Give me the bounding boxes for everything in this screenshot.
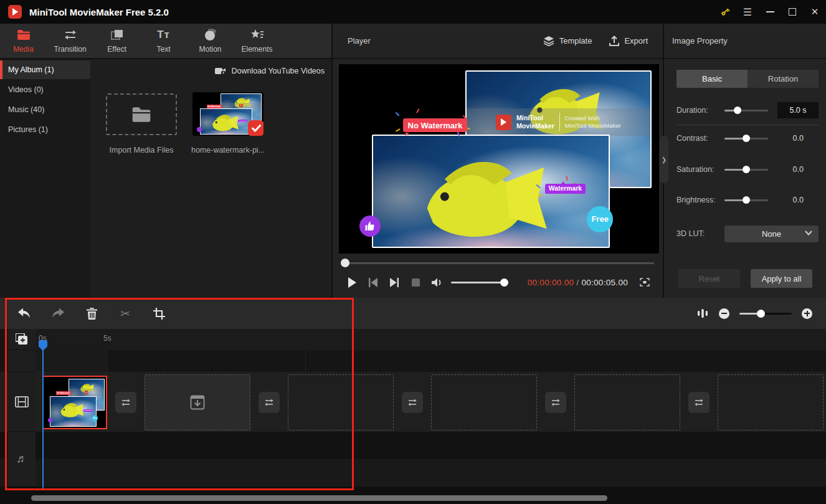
tab-rotation[interactable]: Rotation	[748, 70, 819, 88]
total-time: 00:00:05.00	[581, 278, 628, 287]
key-icon	[719, 6, 731, 17]
zoom-in-button[interactable]	[802, 308, 812, 319]
video-track: No Watermark Watermark Free	[0, 372, 826, 432]
lut-dropdown[interactable]: None	[724, 226, 819, 242]
chevron-down-icon	[805, 231, 812, 235]
saturation-value: 0.0	[793, 165, 804, 174]
sidebar-item-pictures[interactable]: Pictures (1)	[0, 120, 90, 139]
fullscreen-icon	[640, 278, 650, 287]
drop-download-icon	[190, 395, 205, 410]
volume-handle[interactable]	[500, 278, 508, 287]
transition-slot[interactable]	[259, 392, 280, 413]
transition-arrows-icon	[63, 28, 78, 42]
saturation-label: Saturation:	[676, 165, 714, 174]
template-button[interactable]: Template	[543, 36, 592, 46]
tab-motion[interactable]: Motion	[187, 24, 234, 58]
delete-button[interactable]	[85, 307, 98, 320]
crop-button[interactable]	[153, 307, 165, 320]
media-drop-slot[interactable]	[718, 374, 824, 430]
brightness-row: Brightness: 0.0	[664, 192, 826, 208]
transition-slot[interactable]	[545, 392, 566, 413]
zoom-out-button[interactable]	[719, 308, 729, 319]
minimize-button[interactable]	[759, 0, 781, 24]
media-drop-slot[interactable]	[574, 374, 680, 430]
watermark-created-text: Created WithMiniTool MovieMaker	[565, 115, 621, 130]
contrast-value: 0.0	[793, 134, 804, 143]
maximize-icon	[789, 8, 796, 16]
export-button[interactable]: Export	[609, 36, 648, 46]
next-frame-button[interactable]	[384, 278, 405, 287]
brightness-slider[interactable]	[724, 196, 768, 204]
undo-button[interactable]	[18, 307, 31, 320]
video-track-header	[8, 372, 36, 432]
close-button[interactable]	[804, 0, 826, 24]
media-thumbnail[interactable]: No Watermark Watermark Free	[192, 92, 263, 136]
maximize-button[interactable]	[781, 0, 804, 24]
preview-stage: MiniToolMovieMaker Created WithMiniTool …	[339, 64, 659, 254]
ruler-tick-5s: 5s	[103, 334, 112, 343]
track-levels-icon[interactable]	[696, 307, 709, 320]
seek-bar[interactable]	[341, 259, 654, 267]
playback-controls: 00:00:00.00/00:00:05.00	[341, 272, 657, 293]
timeline-toolbar	[0, 298, 826, 329]
tab-effect[interactable]: Effect	[93, 24, 140, 58]
seek-handle[interactable]	[341, 259, 349, 267]
tab-text[interactable]: Text	[140, 24, 187, 58]
media-drop-slot[interactable]	[288, 374, 394, 430]
horizontal-scrollbar[interactable]	[31, 495, 607, 501]
duration-value[interactable]: 5.0 s	[777, 102, 819, 118]
transition-slot[interactable]	[402, 392, 423, 413]
import-media-dropzone[interactable]	[106, 93, 177, 135]
timeline-clip[interactable]: No Watermark Watermark Free	[42, 376, 107, 429]
title-bar: MiniTool MovieMaker Free 5.2.0	[0, 0, 826, 24]
media-drop-slot[interactable]	[145, 374, 250, 430]
timeline-zoom-slider[interactable]	[739, 309, 792, 318]
panel-collapse-handle[interactable]: ❯	[660, 136, 668, 183]
effect-frames-icon	[111, 28, 123, 42]
zoom-slider-handle[interactable]	[757, 310, 765, 318]
tab-transition[interactable]: Transition	[47, 24, 93, 58]
selected-check-badge	[248, 120, 263, 136]
tab-basic[interactable]: Basic	[676, 70, 748, 88]
transition-slot[interactable]	[688, 392, 710, 413]
sidebar-item-my-album[interactable]: My Album (1)	[0, 60, 90, 79]
player-header: Player Template Export	[333, 24, 663, 59]
stop-button[interactable]	[405, 278, 426, 287]
menu-button[interactable]	[736, 0, 759, 24]
app-window: MiniTool MovieMaker Free 5.2.0	[0, 0, 826, 504]
watermark-divider	[559, 113, 560, 131]
previous-frame-button[interactable]	[363, 278, 384, 287]
media-drop-slot[interactable]	[431, 374, 537, 430]
fullscreen-button[interactable]	[634, 278, 655, 287]
apply-to-all-button[interactable]: Apply to all	[751, 269, 812, 288]
sidebar-item-music[interactable]: Music (40)	[0, 100, 90, 119]
library-content: Download YouTube Videos Import Media Fil…	[90, 59, 331, 298]
brightness-value: 0.0	[793, 196, 804, 204]
reset-button[interactable]: Reset	[678, 269, 740, 288]
no-watermark-mini-badge: No Watermark	[207, 105, 222, 108]
add-to-timeline-button[interactable]	[8, 329, 36, 350]
preview-promo-image: MiniToolMovieMaker Created WithMiniTool …	[339, 64, 659, 254]
timeline-section: 0s 5s No Watermark Watermark Free	[0, 298, 826, 504]
saturation-slider[interactable]	[724, 165, 768, 174]
brightness-label: Brightness:	[676, 196, 716, 204]
folder-icon	[131, 107, 151, 123]
play-button[interactable]	[341, 277, 363, 288]
duration-slider[interactable]	[724, 106, 768, 115]
split-button[interactable]	[119, 307, 131, 320]
volume-slider[interactable]	[451, 278, 508, 287]
tab-elements[interactable]: Elements	[234, 24, 280, 58]
thumbs-up-mini-icon	[197, 127, 202, 132]
redo-button[interactable]	[52, 307, 64, 320]
tab-media[interactable]: Media	[0, 24, 47, 58]
transition-slot[interactable]	[115, 392, 136, 413]
divider	[676, 125, 819, 125]
download-youtube-button[interactable]: Download YouTube Videos	[90, 59, 331, 82]
library-sidebar: My Album (1) Videos (0) Music (40) Pictu…	[0, 59, 90, 298]
property-title: Image Property	[672, 36, 728, 45]
license-key-button[interactable]	[714, 0, 736, 24]
property-tabs: Basic Rotation	[676, 70, 819, 88]
sidebar-item-videos[interactable]: Videos (0)	[0, 80, 90, 99]
volume-button[interactable]	[426, 278, 447, 287]
contrast-slider[interactable]	[724, 134, 768, 143]
